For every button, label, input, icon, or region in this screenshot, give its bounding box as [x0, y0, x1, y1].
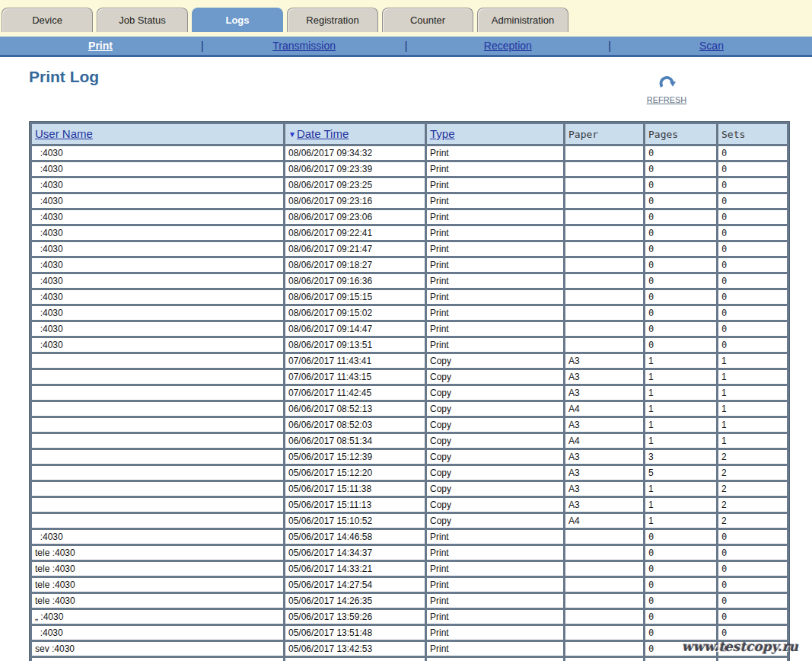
cell-paper: A4	[565, 402, 643, 416]
cell-user-name	[32, 514, 283, 528]
cell-pages: 0	[645, 306, 716, 320]
cell-user-name	[32, 466, 283, 480]
tab-registration[interactable]: Registration	[287, 8, 378, 32]
cell-type: Print	[427, 546, 563, 560]
cell-type: Copy	[427, 370, 563, 384]
tab-device[interactable]: Device	[2, 8, 93, 32]
cell-type: Copy	[427, 482, 563, 496]
tab-logs[interactable]: Logs	[192, 8, 283, 32]
cell-date-time: 08/06/2017 09:14:47	[285, 322, 425, 336]
cell-type: Print	[427, 306, 563, 320]
tab-strip: Device Job Status Logs Registration Coun…	[0, 0, 812, 37]
cell-date-time: 06/06/2017 08:52:03	[285, 418, 425, 432]
table-row: 05/06/2017 15:11:13CopyA312	[32, 498, 787, 512]
cell-paper	[565, 610, 643, 624]
sort-user-name-link[interactable]: User Name	[35, 127, 93, 140]
cell-sets: 0	[718, 658, 787, 661]
cell-sets: 0	[718, 626, 787, 640]
cell-pages: 0	[645, 226, 716, 240]
cell-paper	[565, 530, 643, 544]
cell-pages: 1	[645, 498, 716, 512]
cell-pages: 1	[645, 418, 716, 432]
sort-type-link[interactable]: Type	[430, 127, 455, 140]
cell-date-time: 08/06/2017 09:16:36	[285, 274, 425, 288]
table-header-row: User Name ▼Date Time Type Paper Pages Se…	[32, 124, 787, 144]
table-row: :403008/06/2017 09:15:02Print00	[32, 306, 787, 320]
table-row: tele :403005/06/2017 14:27:54Print00	[32, 578, 787, 592]
cell-pages: 0	[645, 610, 716, 624]
print-log-table: User Name ▼Date Time Type Paper Pages Se…	[29, 121, 790, 661]
cell-date-time: 05/06/2017 15:12:20	[285, 466, 425, 480]
cell-paper: A3	[565, 450, 643, 464]
refresh-label: REFRESH	[647, 95, 687, 104]
refresh-button[interactable]: REFRESH	[642, 74, 692, 106]
cell-pages: 1	[645, 434, 716, 448]
cell-sets: 0	[718, 210, 787, 224]
table-row: :403008/06/2017 09:15:15Print00	[32, 290, 787, 304]
table-row: 07/06/2017 11:43:41CopyA311	[32, 354, 787, 368]
cell-user-name: :4030	[32, 274, 283, 288]
tab-counter[interactable]: Counter	[382, 8, 473, 32]
subnav-link-reception[interactable]: Reception	[484, 40, 532, 52]
cell-pages: 5	[645, 466, 716, 480]
table-row: sev :403005/06/2017 13:42:53Print00	[32, 642, 787, 656]
printer-admin-page: Device Job Status Logs Registration Coun…	[0, 0, 812, 661]
cell-user-name	[32, 354, 283, 368]
table-row: tele :403005/06/2017 14:34:37Print00	[32, 546, 787, 560]
cell-date-time: 08/06/2017 09:23:06	[285, 210, 425, 224]
cell-sets: 1	[718, 434, 787, 448]
cell-date-time: 06/06/2017 08:51:34	[285, 434, 425, 448]
cell-sets: 0	[718, 594, 787, 608]
tab-label: Counter	[410, 14, 445, 26]
cell-pages: 1	[645, 482, 716, 496]
cell-paper	[565, 594, 643, 608]
cell-date-time: 05/06/2017 13:04:57	[285, 658, 425, 661]
cell-date-time: 07/06/2017 11:42:45	[285, 386, 425, 400]
refresh-icon	[642, 74, 692, 92]
cell-type: Copy	[427, 450, 563, 464]
cell-type: Print	[427, 594, 563, 608]
header-user-name: User Name	[32, 124, 283, 144]
cell-type: Copy	[427, 434, 563, 448]
cell-type: Print	[427, 658, 563, 661]
subnav-link-transmission[interactable]: Transmission	[272, 40, 336, 52]
cell-sets: 0	[718, 322, 787, 336]
cell-user-name: :4030	[32, 626, 283, 640]
tab-administration[interactable]: Administration	[477, 8, 568, 32]
cell-type: Print	[427, 610, 563, 624]
cell-type: Print	[427, 146, 563, 160]
cell-date-time: 05/06/2017 13:51:48	[285, 626, 425, 640]
page-title: Print Log	[29, 67, 812, 86]
table-row: :403005/06/2017 13:04:57Print00	[32, 658, 787, 661]
subnav-link-print[interactable]: Print	[88, 40, 113, 52]
cell-paper: A4	[565, 514, 643, 528]
table-row: 06/06/2017 08:51:34CopyA411	[32, 434, 787, 448]
table-row: :403008/06/2017 09:13:51Print00	[32, 338, 787, 352]
cell-date-time: 08/06/2017 09:13:51	[285, 338, 425, 352]
cell-pages: 0	[645, 578, 716, 592]
cell-user-name: tele :4030	[32, 594, 283, 608]
cell-user-name: :4030	[32, 226, 283, 240]
tab-label: Registration	[306, 14, 358, 26]
cell-type: Copy	[427, 498, 563, 512]
table-row: :403008/06/2017 09:21:47Print00	[32, 242, 787, 256]
cell-date-time: 05/06/2017 14:27:54	[285, 578, 425, 592]
cell-user-name: tele :4030	[32, 562, 283, 576]
tab-job-status[interactable]: Job Status	[97, 8, 188, 32]
cell-pages: 0	[645, 162, 716, 176]
cell-paper	[565, 562, 643, 576]
subnav-link-scan[interactable]: Scan	[699, 40, 724, 52]
cell-type: Print	[427, 194, 563, 208]
cell-user-name	[32, 386, 283, 400]
cell-sets: 0	[718, 178, 787, 192]
cell-type: Print	[427, 274, 563, 288]
table-row: :403008/06/2017 09:23:39Print00	[32, 162, 787, 176]
cell-type: Print	[427, 626, 563, 640]
cell-user-name: :4030	[32, 658, 283, 661]
table-row: 05/06/2017 15:12:39CopyA332	[32, 450, 787, 464]
sort-date-time-link[interactable]: Date Time	[297, 127, 349, 140]
cell-user-name: :4030	[32, 322, 283, 336]
cell-user-name	[32, 498, 283, 512]
cell-paper: A3	[565, 386, 643, 400]
cell-sets: 2	[718, 514, 787, 528]
